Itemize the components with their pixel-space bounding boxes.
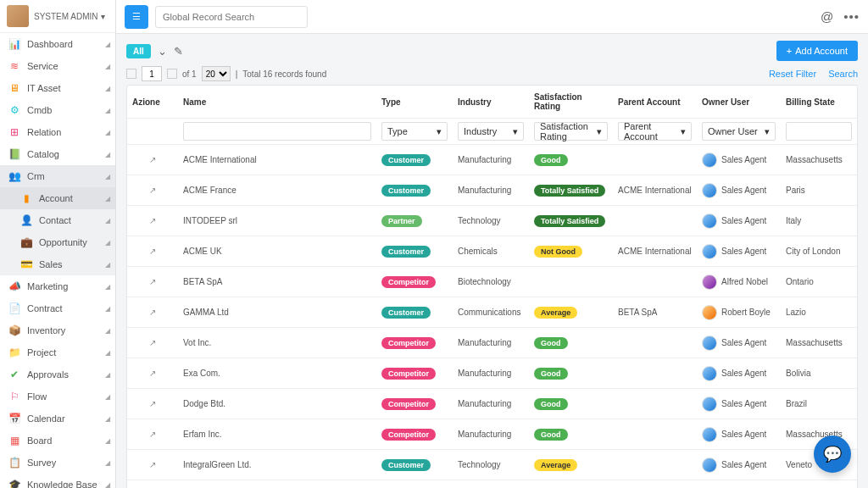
table-row[interactable]: ↗ INTODEEP srl Partner Technology Totall… bbox=[127, 206, 857, 236]
cell-industry: Manufacturing bbox=[453, 186, 529, 195]
col-type[interactable]: Type bbox=[376, 97, 453, 107]
nav-icon: 📋 bbox=[8, 457, 20, 469]
user-avatar[interactable] bbox=[7, 5, 29, 27]
sidebar-subitem-account[interactable]: ▮Account◢ bbox=[0, 187, 115, 209]
sidebar-item-dashboard[interactable]: 📊Dashboard◢ bbox=[0, 33, 115, 55]
sidebar-item-cmdb[interactable]: ⚙Cmdb◢ bbox=[0, 99, 115, 121]
table-row[interactable]: ↗ GAMMA Ltd Customer Communications Aver… bbox=[127, 297, 857, 328]
sidebar-item-catalog[interactable]: 📗Catalog◢ bbox=[0, 143, 115, 165]
table-row[interactable]: ↗ Vot Inc. Competitor Manufacturing Good… bbox=[127, 328, 857, 358]
owner-avatar bbox=[702, 244, 717, 259]
sidebar-item-contract[interactable]: 📄Contract◢ bbox=[0, 297, 115, 319]
type-badge: Customer bbox=[381, 185, 431, 197]
caret-down-icon: ▾ bbox=[101, 12, 105, 21]
open-icon[interactable]: ↗ bbox=[149, 430, 156, 439]
nav-icon: ⊞ bbox=[8, 126, 20, 138]
chat-fab-button[interactable]: 💬 bbox=[814, 435, 851, 473]
table-row[interactable]: ↗ Dodge Btd. Competitor Manufacturing Go… bbox=[127, 389, 857, 419]
sidebar-item-board[interactable]: ▦Board◢ bbox=[0, 430, 115, 452]
sidebar-item-calendar[interactable]: 📅Calendar◢ bbox=[0, 408, 115, 430]
open-icon[interactable]: ↗ bbox=[149, 247, 156, 256]
filter-all-pill[interactable]: All bbox=[126, 44, 151, 58]
filter-name-input[interactable] bbox=[183, 122, 371, 141]
nav-label: Contact bbox=[39, 215, 71, 225]
reset-filter-link[interactable]: Reset Filter bbox=[769, 69, 816, 79]
sidebar-item-marketing[interactable]: 📣Marketing◢ bbox=[0, 275, 115, 297]
type-badge: Customer bbox=[381, 246, 431, 258]
table-row[interactable]: ↗ Belair Commercial Inc. Customer Manufa… bbox=[127, 480, 857, 488]
sidebar-item-survey[interactable]: 📋Survey◢ bbox=[0, 452, 115, 474]
cell-name: IntegralGreen Ltd. bbox=[178, 460, 376, 469]
table-row[interactable]: ↗ IntegralGreen Ltd. Customer Technology… bbox=[127, 450, 857, 480]
sidebar-item-it-asset[interactable]: 🖥IT Asset◢ bbox=[0, 77, 115, 99]
col-state[interactable]: Billing State bbox=[781, 97, 857, 107]
table-row[interactable]: ↗ BETA SpA Competitor Biotechnology Alfr… bbox=[127, 267, 857, 297]
total-records-label: Total 16 records found bbox=[242, 69, 326, 79]
global-search-input[interactable] bbox=[155, 6, 308, 28]
table-row[interactable]: ↗ ACME International Customer Manufactur… bbox=[127, 145, 857, 175]
nav-label: Flow bbox=[27, 391, 47, 402]
chevron-icon: ◢ bbox=[105, 129, 110, 136]
col-industry[interactable]: Industry bbox=[453, 97, 529, 107]
open-icon[interactable]: ↗ bbox=[149, 308, 156, 317]
filter-state-input[interactable] bbox=[786, 122, 852, 141]
menu-toggle-button[interactable]: ☰ bbox=[125, 5, 148, 29]
table-row[interactable]: ↗ ACME France Customer Manufacturing Tot… bbox=[127, 175, 857, 206]
open-icon[interactable]: ↗ bbox=[149, 399, 156, 408]
at-icon[interactable]: @ bbox=[821, 9, 833, 24]
col-action: Azione bbox=[127, 97, 178, 107]
cell-state: Massachusetts bbox=[781, 338, 857, 347]
open-icon[interactable]: ↗ bbox=[149, 338, 156, 347]
sidebar-subitem-contact[interactable]: 👤Contact◢ bbox=[0, 209, 115, 231]
open-icon[interactable]: ↗ bbox=[149, 460, 156, 469]
checkbox-icon-2[interactable] bbox=[167, 69, 177, 79]
sidebar-subitem-sales[interactable]: 💳Sales◢ bbox=[0, 253, 115, 275]
search-link[interactable]: Search bbox=[828, 69, 858, 79]
sidebar-item-service[interactable]: ≋Service◢ bbox=[0, 55, 115, 77]
filter-type-select[interactable]: Type▾ bbox=[381, 122, 448, 141]
filter-parent-select[interactable]: Parent Account▾ bbox=[618, 122, 692, 141]
sidebar-item-relation[interactable]: ⊞Relation◢ bbox=[0, 121, 115, 143]
cell-industry: Manufacturing bbox=[453, 369, 529, 378]
owner-avatar bbox=[702, 214, 717, 229]
col-owner[interactable]: Owner User bbox=[697, 97, 781, 107]
nav-icon: 📄 bbox=[8, 302, 20, 314]
open-icon[interactable]: ↗ bbox=[149, 277, 156, 286]
checkbox-icon[interactable] bbox=[126, 69, 136, 79]
col-parent[interactable]: Parent Account bbox=[613, 97, 697, 107]
table-row[interactable]: ↗ Exa Com. Competitor Manufacturing Good… bbox=[127, 358, 857, 389]
cell-state: Brazil bbox=[781, 399, 857, 408]
sidebar-item-project[interactable]: 📁Project◢ bbox=[0, 341, 115, 363]
table-row[interactable]: ↗ Erfam Inc. Competitor Manufacturing Go… bbox=[127, 419, 857, 450]
sidebar-item-flow[interactable]: ⚐Flow◢ bbox=[0, 385, 115, 408]
nav-label: Calendar bbox=[27, 413, 65, 424]
col-name[interactable]: Name bbox=[178, 97, 376, 107]
page-size-select[interactable]: 20 bbox=[202, 66, 231, 81]
table-row[interactable]: ↗ ACME UK Customer Chemicals Not Good AC… bbox=[127, 236, 857, 267]
sidebar-item-crm[interactable]: 👥Crm◢ bbox=[0, 165, 115, 187]
rating-badge: Good bbox=[534, 398, 568, 410]
edit-icon[interactable]: ✎ bbox=[174, 45, 183, 58]
col-rating[interactable]: Satisfaction Rating bbox=[529, 92, 613, 111]
filter-owner-select[interactable]: Owner User▾ bbox=[702, 122, 776, 141]
sidebar-item-inventory[interactable]: 📦Inventory◢ bbox=[0, 319, 115, 341]
more-icon[interactable]: ••• bbox=[843, 9, 860, 24]
sidebar-item-approvals[interactable]: ✔Approvals◢ bbox=[0, 363, 115, 385]
nav-icon: 🖥 bbox=[8, 82, 20, 94]
add-account-button[interactable]: + Add Account bbox=[776, 41, 858, 61]
filter-rating-select[interactable]: Satisfaction Rating▾ bbox=[534, 122, 608, 141]
chevron-down-icon[interactable]: ⌄ bbox=[158, 45, 167, 58]
sidebar-item-knowledge-base[interactable]: 🎓Knowledge Base◢ bbox=[0, 474, 115, 488]
user-role-dropdown[interactable]: SYSTEM ADMIN ▾ bbox=[34, 12, 105, 21]
cell-name: Dodge Btd. bbox=[178, 399, 376, 408]
open-icon[interactable]: ↗ bbox=[149, 155, 156, 164]
open-icon[interactable]: ↗ bbox=[149, 216, 156, 225]
cell-name: BETA SpA bbox=[178, 277, 376, 286]
filter-industry-select[interactable]: Industry▾ bbox=[458, 122, 524, 141]
sidebar: SYSTEM ADMIN ▾ 📊Dashboard◢≋Service◢🖥IT A… bbox=[0, 0, 116, 488]
accounts-table: Azione Name Type Industry Satisfaction R… bbox=[126, 85, 858, 488]
sidebar-subitem-opportunity[interactable]: 💼Opportunity◢ bbox=[0, 231, 115, 253]
open-icon[interactable]: ↗ bbox=[149, 369, 156, 378]
page-input[interactable] bbox=[142, 66, 162, 81]
open-icon[interactable]: ↗ bbox=[149, 186, 156, 195]
